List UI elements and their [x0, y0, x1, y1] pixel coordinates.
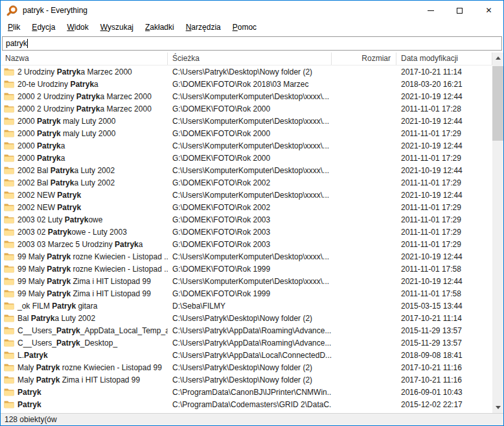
table-row[interactable]: C__Users_Patryk_AppData_Local_Temp_ac...…	[1, 324, 492, 337]
menu-item-edycja[interactable]: Edycja	[26, 21, 61, 33]
path-cell: G:\DOMEK\FOTO\Rok 2002	[168, 203, 332, 212]
menu-item-label: Edycja	[32, 23, 55, 32]
scroll-down-button[interactable]	[492, 402, 503, 413]
date-cell: 2011-11-01 17:29	[396, 240, 492, 249]
file-name: 2003 02 Patrykowe - Luty 2003	[17, 228, 127, 237]
menu-item-zak-adki[interactable]: Zakładki	[139, 21, 180, 33]
table-row[interactable]: 20-te Urodziny Patryka G:\DOMEK\FOTO\Rok…	[1, 78, 492, 90]
file-name: 2003 02 Luty Patrykowe	[17, 215, 102, 224]
scroll-up-button[interactable]	[492, 53, 503, 64]
menu-item-wyszukaj[interactable]: Wyszukaj	[95, 21, 139, 33]
date-cell: 2021-10-19 12:44	[396, 92, 492, 101]
column-header-size[interactable]: Rozmiar	[332, 53, 396, 65]
file-name: 2002 NEW Patryk	[17, 203, 81, 212]
column-header-path[interactable]: Ścieżka	[168, 53, 332, 65]
date-cell: 2016-09-01 10:43	[396, 388, 492, 397]
table-row[interactable]: C__Users_Patryk_Desktop_ C:\Users\Patryk…	[1, 337, 492, 349]
table-row[interactable]: 2002 Bal Patryka Luty 2002 C:\Users\Komp…	[1, 164, 492, 176]
name-cell: 2003 03 Marzec 5 Urodziny Patryka	[1, 240, 168, 249]
table-row[interactable]: Patryk C:\ProgramData\Codemasters\GRID 2…	[1, 398, 492, 410]
folder-icon	[4, 277, 14, 285]
search-input[interactable]	[2, 36, 502, 51]
item-count-text: 128 obiekty(ów	[5, 415, 57, 424]
folder-icon	[4, 338, 14, 347]
name-cell: 2002 NEW Patryk	[1, 191, 168, 200]
name-cell: _ok FILM Patryk gitara	[1, 302, 168, 311]
name-cell: C__Users_Patryk_AppData_Local_Temp_ac...	[1, 326, 168, 335]
chevron-down-icon	[496, 406, 501, 409]
table-row[interactable]: Maly Patryk Zima i HIT Listopad 99 C:\Us…	[1, 373, 492, 386]
table-row[interactable]: 99 Maly Patryk rozne Kwiecien - Listopad…	[1, 250, 492, 263]
minimize-button[interactable]	[416, 1, 445, 20]
folder-icon	[4, 67, 14, 76]
table-row[interactable]: 2003 03 Marzec 5 Urodziny Patryka G:\DOM…	[1, 238, 492, 250]
file-name: L.Patryk	[17, 351, 48, 360]
menu-item-widok[interactable]: Widok	[61, 21, 94, 33]
table-row[interactable]: 2000 Patryk maly Luty 2000 G:\DOMEK\FOTO…	[1, 127, 492, 139]
name-cell: 2000 2 Urodziny Patryka Marzec 2000	[1, 104, 168, 113]
file-name: 2 Urodziny Patryka Marzec 2000	[17, 67, 132, 77]
table-row[interactable]: Patryk C:\ProgramData\CanonBJ\IJPrinter\…	[1, 386, 492, 398]
file-name: 2002 Bal Patryka Luty 2002	[17, 178, 115, 187]
column-header-name[interactable]: Nazwa	[1, 53, 168, 65]
folder-icon	[4, 265, 14, 273]
menu-item-plik[interactable]: Plik	[2, 21, 26, 33]
table-row[interactable]: 2000 Patryka C:\Users\KomputerKomputer\D…	[1, 139, 492, 152]
table-row[interactable]: 99 Maly Patryk Zima i HIT Listopad 99 G:…	[1, 287, 492, 300]
date-cell: 2017-10-21 11:14	[396, 314, 492, 323]
table-row[interactable]: L.Patryk C:\Users\Patryk\AppData\Local\C…	[1, 349, 492, 361]
table-row[interactable]: 2002 NEW Patryk G:\DOMEK\FOTO\Rok 2002 2…	[1, 201, 492, 213]
path-cell: G:\DOMEK\FOTO\Rok 2000	[168, 104, 332, 113]
vertical-scrollbar[interactable]	[492, 53, 503, 413]
name-cell: 99 Maly Patryk rozne Kwiecien - Listopad…	[1, 265, 168, 274]
folder-icon	[4, 375, 14, 384]
folder-icon	[4, 117, 14, 125]
name-cell: 2000 Patryk maly Luty 2000	[1, 129, 168, 138]
table-row[interactable]: 2000 2 Urodziny Patryka Marzec 2000 G:\D…	[1, 102, 492, 115]
table-row[interactable]: 99 Maly Patryk Zima i HIT Listopad 99 C:…	[1, 275, 492, 287]
menu-item-label: Wyszukaj	[100, 23, 133, 32]
scrollbar-thumb[interactable]	[492, 66, 503, 141]
file-name: Bal Patryka Luty 2002	[17, 314, 95, 323]
folder-icon	[4, 203, 14, 211]
table-row[interactable]: 2002 Bal Patryka Luty 2002 G:\DOMEK\FOTO…	[1, 176, 492, 189]
date-cell: 2021-10-19 12:44	[396, 166, 492, 175]
date-cell: 2018-09-08 18:41	[396, 351, 492, 360]
folder-icon	[4, 166, 14, 174]
table-row[interactable]: 2000 2 Urodziny Patryka Marzec 2000 C:\U…	[1, 90, 492, 102]
path-cell: C:\Users\KomputerKomputer\Desktop\xxxx\.…	[168, 252, 332, 261]
table-row[interactable]: 99 Maly Patryk rozne Kwiecien - Listopad…	[1, 263, 492, 275]
path-cell: D:\Seba\FILMY	[168, 302, 332, 311]
path-cell: C:\Users\KomputerKomputer\Desktop\xxxx\.…	[168, 191, 332, 200]
table-row[interactable]: 2000 Patryk maly Luty 2000 C:\Users\Komp…	[1, 115, 492, 127]
table-row[interactable]: 2003 02 Patrykowe - Luty 2003 G:\DOMEK\F…	[1, 226, 492, 238]
path-cell: C:\Users\KomputerKomputer\Desktop\xxxx\.…	[168, 277, 332, 286]
maximize-button[interactable]	[445, 1, 474, 20]
table-row[interactable]: 2002 NEW Patryk C:\Users\KomputerKompute…	[1, 189, 492, 201]
date-cell: 2017-10-21 11:14	[396, 67, 492, 77]
folder-icon	[4, 154, 14, 162]
table-row[interactable]: Maly Patryk rozne Kwiecien - Listopad 99…	[1, 361, 492, 373]
table-row[interactable]: 2003 02 Luty Patrykowe G:\DOMEK\FOTO\Rok…	[1, 213, 492, 226]
file-name: 2002 Bal Patryka Luty 2002	[17, 166, 115, 175]
table-row[interactable]: Bal Patryka Luty 2002 C:\Users\Patryk\De…	[1, 312, 492, 324]
menu-item-narz-dzia[interactable]: Narzędzia	[180, 21, 227, 33]
date-cell: 2018-03-20 16:21	[396, 80, 492, 89]
file-name: 2000 Patryk maly Luty 2000	[17, 129, 115, 138]
name-cell: 2000 Patryk maly Luty 2000	[1, 117, 168, 126]
close-button[interactable]: ✕	[474, 1, 503, 20]
file-name: 2000 2 Urodziny Patryka Marzec 2000	[17, 104, 152, 113]
table-row[interactable]: 2000 Patryka G:\DOMEK\FOTO\Rok 2000 2011…	[1, 152, 492, 164]
date-cell: 2011-11-01 17:29	[396, 129, 492, 138]
menu-item-pomoc[interactable]: Pomoc	[227, 21, 262, 33]
file-name: Patryk	[17, 400, 41, 409]
file-name: 2000 2 Urodziny Patryka Marzec 2000	[17, 92, 152, 101]
column-header-date-modified[interactable]: Data modyfikacji	[396, 53, 492, 65]
name-cell: Maly Patryk rozne Kwiecien - Listopad 99	[1, 363, 168, 372]
title-bar: patryk - Everything ✕	[1, 1, 503, 20]
date-cell: 2011-11-01 17:58	[396, 289, 492, 298]
table-row[interactable]: _ok FILM Patryk gitara D:\Seba\FILMY 201…	[1, 300, 492, 312]
date-cell: 2015-03-15 13:44	[396, 302, 492, 311]
file-name: 2003 03 Marzec 5 Urodziny Patryka	[17, 240, 143, 249]
table-row[interactable]: 2 Urodziny Patryka Marzec 2000 C:\Users\…	[1, 65, 492, 78]
